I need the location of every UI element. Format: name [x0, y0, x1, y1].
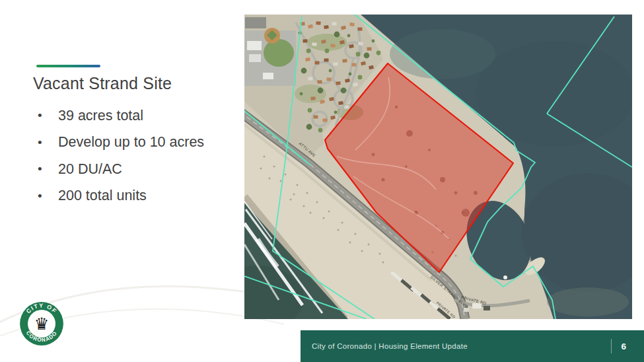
bullet-dot: •: [38, 189, 47, 203]
bullet-item: • 39 acres total: [38, 102, 256, 129]
page-title: Vacant Strand Site: [33, 74, 172, 93]
footer-title: City of Coronado | Housing Element Updat…: [312, 342, 468, 350]
sediment-plume: [547, 287, 629, 316]
bullet-item: • 200 total units: [38, 183, 256, 210]
bullet-dot: •: [38, 135, 47, 150]
slide: { "slide": { "title": "Vacant Strand Sit…: [0, 0, 644, 362]
footer-divider: [611, 339, 612, 353]
bullet-dot: •: [38, 108, 47, 123]
page-number: 6: [621, 342, 626, 351]
bullet-dot: •: [38, 162, 47, 176]
city-of-coronado-logo: CITY OF CORONADO ♛: [18, 301, 65, 347]
crown-icon: ♛: [34, 314, 50, 334]
aerial-map-svg: SILVER STRAND BLVD PRIVATE RD PRIVATE RD…: [244, 15, 632, 319]
bullet-item: • Develop up to 10 acres: [38, 129, 256, 157]
bullet-list: • 39 acres total • Develop up to 10 acre…: [38, 102, 256, 209]
footer-bar: City of Coronado | Housing Element Updat…: [301, 330, 644, 362]
aerial-map-image: SILVER STRAND BLVD PRIVATE RD PRIVATE RD…: [244, 15, 632, 319]
title-accent-line: [36, 65, 100, 67]
bullet-item: • 20 DU/AC: [38, 156, 256, 183]
